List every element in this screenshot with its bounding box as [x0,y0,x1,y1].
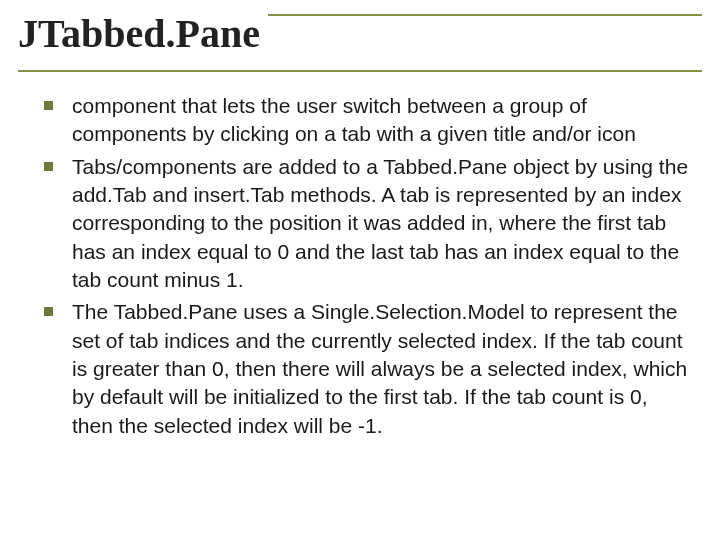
list-item-text: The Tabbed.Pane uses a Single.Selection.… [72,300,687,436]
slide: JTabbed.Pane component that lets the use… [0,0,720,540]
bullet-list: component that lets the user switch betw… [40,92,692,440]
square-bullet-icon [44,307,53,316]
list-item-text: component that lets the user switch betw… [72,94,636,145]
title-inner: JTabbed.Pane [18,8,702,72]
page-title: JTabbed.Pane [18,10,268,58]
list-item-text: Tabs/components are added to a Tabbed.Pa… [72,155,688,291]
list-item: The Tabbed.Pane uses a Single.Selection.… [40,298,692,440]
list-item: component that lets the user switch betw… [40,92,692,149]
title-rule-bottom [18,70,702,72]
body: component that lets the user switch betw… [40,92,692,530]
list-item: Tabs/components are added to a Tabbed.Pa… [40,153,692,295]
square-bullet-icon [44,101,53,110]
square-bullet-icon [44,162,53,171]
title-block: JTabbed.Pane [18,8,702,72]
